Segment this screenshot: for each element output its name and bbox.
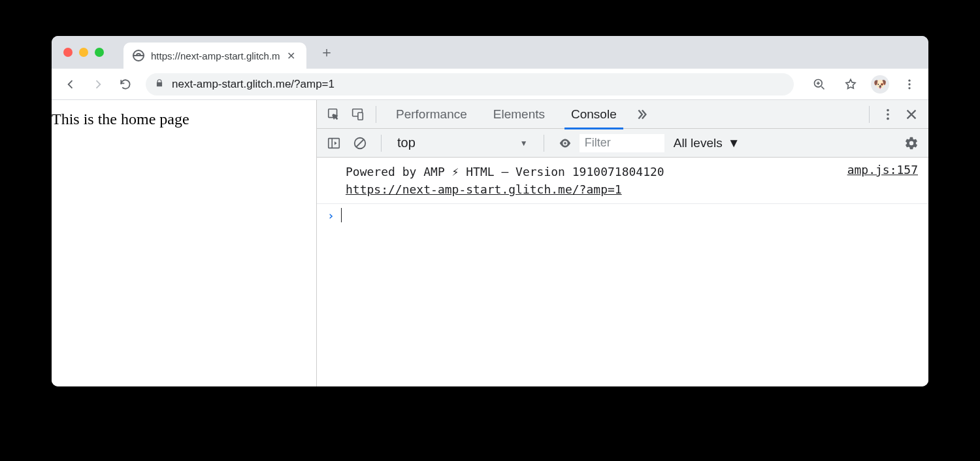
- divider: [376, 106, 376, 123]
- more-tabs-icon[interactable]: [630, 103, 653, 126]
- close-tab-button[interactable]: ✕: [287, 50, 295, 62]
- device-toolbar-icon[interactable]: [346, 103, 369, 126]
- console-message[interactable]: Powered by AMP ⚡ HTML – Version 19100718…: [317, 158, 928, 204]
- toolbar-actions: 🐶: [808, 73, 921, 95]
- devtools-tab-bar: Performance Elements Console: [317, 100, 928, 129]
- content-area: This is the home page Performance Elemen…: [52, 100, 928, 386]
- tab-performance-label: Performance: [396, 107, 467, 122]
- tab-elements[interactable]: Elements: [480, 100, 558, 129]
- close-window-button[interactable]: [63, 48, 73, 57]
- console-prompt[interactable]: ›: [317, 204, 928, 226]
- log-levels-selector[interactable]: All levels ▼: [667, 136, 747, 150]
- tab-strip: https://next-amp-start.glitch.m ✕ ＋: [52, 36, 928, 69]
- url-text: next-amp-start.glitch.me/?amp=1: [172, 78, 335, 91]
- reload-button[interactable]: [114, 73, 137, 95]
- live-expression-icon[interactable]: [553, 131, 577, 155]
- svg-rect-6: [358, 112, 363, 120]
- forward-button[interactable]: [87, 73, 109, 95]
- new-tab-button[interactable]: ＋: [316, 41, 338, 63]
- tab-title: https://next-amp-start.glitch.m: [151, 50, 280, 61]
- back-button[interactable]: [59, 73, 82, 95]
- log-line-1: Powered by AMP ⚡ HTML – Version 19100718…: [346, 165, 664, 179]
- address-bar[interactable]: next-amp-start.glitch.me/?amp=1: [146, 73, 794, 95]
- page-viewport: This is the home page: [52, 100, 316, 386]
- chevron-down-icon: ▼: [520, 139, 528, 148]
- chevron-down-icon: ▼: [728, 136, 740, 150]
- tab-elements-label: Elements: [493, 107, 545, 122]
- globe-icon: [133, 50, 144, 61]
- context-label: top: [397, 135, 416, 150]
- devtools-menu-button[interactable]: [876, 103, 900, 126]
- divider: [869, 106, 870, 123]
- devtools-panel: Performance Elements Console: [316, 100, 928, 386]
- svg-point-1: [908, 79, 910, 81]
- levels-label: All levels: [674, 136, 723, 150]
- profile-avatar[interactable]: 🐶: [871, 75, 889, 94]
- minimize-window-button[interactable]: [79, 48, 88, 57]
- browser-toolbar: next-amp-start.glitch.me/?amp=1 🐶: [52, 69, 928, 100]
- divider: [381, 135, 382, 152]
- inspect-element-icon[interactable]: [322, 103, 346, 126]
- svg-point-2: [908, 83, 910, 85]
- svg-point-7: [887, 109, 889, 111]
- filter-input[interactable]: [580, 134, 664, 152]
- svg-point-8: [887, 113, 889, 116]
- browser-menu-button[interactable]: [898, 73, 921, 95]
- svg-rect-10: [329, 138, 340, 148]
- log-message-text: Powered by AMP ⚡ HTML – Version 19100718…: [346, 163, 837, 198]
- close-devtools-button[interactable]: [900, 103, 923, 126]
- maximize-window-button[interactable]: [95, 48, 104, 57]
- tab-console-label: Console: [571, 107, 617, 122]
- bookmark-star-icon[interactable]: [840, 73, 862, 95]
- clear-console-icon[interactable]: [348, 131, 372, 155]
- console-settings-icon[interactable]: [900, 131, 923, 155]
- console-toolbar: top ▼ All levels ▼: [317, 129, 928, 158]
- svg-point-9: [887, 117, 889, 120]
- window-controls: [63, 48, 104, 57]
- svg-point-3: [908, 87, 910, 89]
- lock-icon: [155, 78, 164, 90]
- divider: [544, 135, 544, 152]
- zoom-icon[interactable]: [808, 73, 830, 95]
- tab-performance[interactable]: Performance: [383, 100, 480, 129]
- browser-tab[interactable]: https://next-amp-start.glitch.m ✕: [123, 43, 306, 69]
- text-cursor: [341, 208, 342, 222]
- log-line-2-link[interactable]: https://next-amp-start.glitch.me/?amp=1: [346, 182, 622, 196]
- page-text: This is the home page: [52, 111, 189, 128]
- browser-window: https://next-amp-start.glitch.m ✕ ＋ next…: [52, 36, 928, 386]
- tab-console[interactable]: Console: [558, 100, 630, 129]
- prompt-caret-icon: ›: [327, 209, 335, 222]
- execution-context-selector[interactable]: top ▼: [391, 133, 534, 154]
- log-source-link[interactable]: amp.js:157: [847, 163, 918, 198]
- console-output: Powered by AMP ⚡ HTML – Version 19100718…: [317, 158, 928, 386]
- toggle-sidebar-icon[interactable]: [322, 131, 346, 155]
